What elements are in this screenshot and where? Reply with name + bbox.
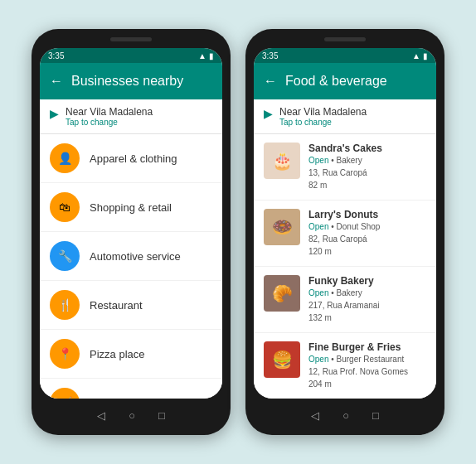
biz-detail-larrys-donuts: Open • Donut Shop — [308, 220, 380, 233]
pizza-icon: 📍 — [58, 347, 72, 360]
biz-thumb-sandras-cakes: 🎂 — [264, 143, 300, 179]
location-sub-2: Tap to change — [279, 118, 367, 127]
battery-icon-2: ▮ — [423, 51, 428, 60]
phones-container: 3:35 ▲ ▮ ← Businesses nearby ▶ Near Vila… — [32, 29, 444, 435]
biz-distance-sandras-cakes: 82 m — [308, 179, 382, 191]
phone-1-screen: 3:35 ▲ ▮ ← Businesses nearby ▶ Near Vila… — [40, 48, 222, 399]
biz-address-funky-bakery: 217, Rua Aramanai — [308, 299, 380, 312]
biz-distance-larrys-donuts: 120 m — [308, 245, 380, 258]
businesses-list: 🎂 Sandra's Cakes Open • Bakery 13, Rua C… — [254, 134, 436, 399]
biz-info-larrys-donuts: Larry's Donuts Open • Donut Shop 82, Rua… — [308, 209, 380, 258]
biz-item-sandras-cakes[interactable]: 🎂 Sandra's Cakes Open • Bakery 13, Rua C… — [254, 134, 436, 201]
biz-item-larrys-donuts[interactable]: 🍩 Larry's Donuts Open • Donut Shop 82, R… — [254, 201, 436, 267]
location-name-1: Near Vila Madalena — [66, 106, 153, 118]
list-item-apparel[interactable]: 👤 Apparel & clothing — [40, 134, 222, 183]
biz-detail-funky-bakery: Open • Bakery — [308, 287, 380, 299]
biz-type-1: Donut Shop — [337, 222, 381, 231]
cat-icon-automotive: 🔧 — [50, 241, 80, 271]
home-nav-1[interactable]: ○ — [129, 409, 135, 422]
biz-distance-fine-burger: 204 m — [308, 378, 408, 390]
time-2: 3:35 — [262, 51, 278, 60]
list-item-automotive[interactable]: 🔧 Automotive service — [40, 232, 222, 281]
phone-2: 3:35 ▲ ▮ ← Food & beverage ▶ Near Vila M… — [245, 29, 444, 435]
header-2: ← Food & beverage — [254, 63, 436, 99]
recent-nav-1[interactable]: □ — [158, 409, 165, 422]
nav-bar-2: ◁ ○ □ — [254, 404, 436, 427]
location-row-2[interactable]: ▶ Near Vila Madalena Tap to change — [254, 99, 436, 134]
list-item-grocery[interactable]: 🛒 Grocery store — [40, 379, 222, 399]
open-label-3: Open — [308, 355, 328, 364]
speaker-2 — [324, 37, 366, 41]
recent-nav-2[interactable]: □ — [372, 409, 379, 422]
signal-icon-2: ▲ — [412, 51, 420, 60]
status-icons-1: ▲ ▮ — [198, 51, 214, 60]
cat-icon-restaurant: 🍴 — [50, 290, 80, 320]
biz-address-larrys-donuts: 82, Rua Caropá — [308, 233, 380, 245]
cat-icon-pizza: 📍 — [50, 339, 80, 369]
list-item-restaurant[interactable]: 🍴 Restaurant — [40, 281, 222, 330]
biz-name-funky-bakery: Funky Bakery — [308, 275, 380, 287]
cat-label-apparel: Apparel & clothing — [90, 152, 177, 165]
biz-item-funky-bakery[interactable]: 🥐 Funky Bakery Open • Bakery 217, Rua Ar… — [254, 267, 436, 333]
location-icon-1: ▶ — [50, 107, 59, 120]
back-button-1[interactable]: ← — [50, 74, 63, 89]
time-1: 3:35 — [48, 51, 64, 60]
restaurant-icon: 🍴 — [58, 298, 72, 312]
biz-type-3: Burger Restaurant — [337, 355, 405, 364]
cat-label-shopping: Shopping & retail — [90, 201, 172, 214]
categories-list: 👤 Apparel & clothing 🛍 Shopping & retail… — [40, 134, 222, 399]
header-1: ← Businesses nearby — [40, 63, 222, 99]
biz-name-sandras-cakes: Sandra's Cakes — [308, 143, 382, 154]
biz-type-2: Bakery — [337, 288, 362, 297]
biz-item-fine-burger[interactable]: 🍔 Fine Burger & Fries Open • Burger Rest… — [254, 333, 436, 399]
location-row-1[interactable]: ▶ Near Vila Madalena Tap to change — [40, 99, 222, 134]
page-title-2: Food & beverage — [285, 74, 387, 89]
list-item-shopping[interactable]: 🛍 Shopping & retail — [40, 183, 222, 232]
list-item-pizza[interactable]: 📍 Pizza place — [40, 330, 222, 379]
battery-icon-1: ▮ — [209, 51, 214, 60]
biz-address-fine-burger: 12, Rua Prof. Nova Gomes — [308, 365, 408, 378]
location-name-2: Near Vila Madalena — [279, 106, 367, 118]
status-icons-2: ▲ ▮ — [412, 51, 428, 60]
status-bar-2: 3:35 ▲ ▮ — [254, 48, 436, 63]
biz-address-sandras-cakes: 13, Rua Caropá — [308, 167, 382, 179]
signal-icon-1: ▲ — [198, 51, 206, 60]
biz-info-fine-burger: Fine Burger & Fries Open • Burger Restau… — [308, 341, 408, 390]
location-sub-1: Tap to change — [66, 118, 153, 127]
cat-label-pizza: Pizza place — [90, 348, 144, 360]
nav-bar-1: ◁ ○ □ — [40, 404, 222, 427]
location-icon-2: ▶ — [264, 107, 273, 120]
biz-info-funky-bakery: Funky Bakery Open • Bakery 217, Rua Aram… — [308, 275, 380, 324]
biz-thumb-larrys-donuts: 🍩 — [264, 209, 300, 245]
cat-icon-apparel: 👤 — [50, 143, 80, 173]
open-label-0: Open — [308, 156, 328, 165]
cat-icon-grocery: 🛒 — [50, 388, 80, 399]
biz-name-fine-burger: Fine Burger & Fries — [308, 341, 408, 353]
biz-thumb-fine-burger: 🍔 — [264, 341, 300, 378]
biz-info-sandras-cakes: Sandra's Cakes Open • Bakery 13, Rua Car… — [308, 143, 382, 191]
back-nav-2[interactable]: ◁ — [311, 409, 319, 422]
apparel-icon: 👤 — [58, 152, 72, 165]
back-button-2[interactable]: ← — [264, 74, 277, 89]
phone-1: 3:35 ▲ ▮ ← Businesses nearby ▶ Near Vila… — [32, 29, 231, 435]
automotive-icon: 🔧 — [58, 249, 72, 263]
open-label-2: Open — [308, 288, 328, 297]
cat-icon-shopping: 🛍 — [50, 192, 80, 222]
cat-label-automotive: Automotive service — [90, 250, 181, 263]
cat-label-grocery: Grocery store — [90, 397, 155, 399]
location-text-1: Near Vila Madalena Tap to change — [66, 106, 153, 127]
biz-thumb-funky-bakery: 🥐 — [264, 275, 300, 312]
status-bar-1: 3:35 ▲ ▮ — [40, 48, 222, 63]
back-nav-1[interactable]: ◁ — [97, 409, 105, 422]
open-label-1: Open — [308, 222, 328, 231]
speaker-1 — [110, 37, 152, 41]
biz-distance-funky-bakery: 132 m — [308, 312, 380, 324]
shopping-icon: 🛍 — [59, 201, 70, 214]
page-title-1: Businesses nearby — [71, 74, 183, 89]
biz-type-0: Bakery — [337, 156, 362, 165]
home-nav-2[interactable]: ○ — [342, 409, 349, 422]
cat-label-restaurant: Restaurant — [90, 299, 143, 312]
biz-detail-fine-burger: Open • Burger Restaurant — [308, 353, 408, 365]
biz-name-larrys-donuts: Larry's Donuts — [308, 209, 380, 220]
location-text-2: Near Vila Madalena Tap to change — [279, 106, 367, 127]
